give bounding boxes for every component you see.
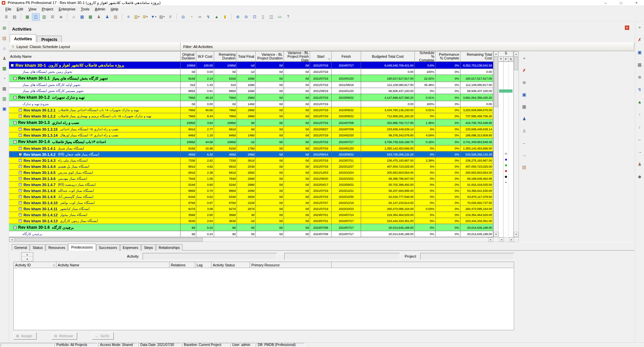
- notebook-icon[interactable]: ▤: [521, 163, 528, 171]
- table-row[interactable]: −Rev kham 30-1.1تجهیز کارگاه بخش ایستگاه…: [9, 75, 493, 82]
- layout-options-bar[interactable]: ▽ Layout: Classic Schedule Layout: [9, 42, 181, 51]
- open-layout-icon[interactable]: ▤: [1, 34, 8, 42]
- paste-icon[interactable]: ▦: [521, 103, 528, 110]
- activities-directory-icon[interactable]: ▥: [1, 95, 8, 102]
- zoom-out-icon[interactable]: ⊖: [242, 13, 250, 20]
- expand-icon[interactable]: +: [19, 183, 22, 186]
- scroll-down-icon[interactable]: ▼: [514, 232, 518, 237]
- table-row[interactable]: +Rev kham 30-1.2.2تهیه و تدارک تجهیزات ۱…: [9, 113, 493, 119]
- maximize-button[interactable]: □: [613, 0, 629, 6]
- table-row[interactable]: تجهیز مستمر کارگاه بحش ایستگاه های پمپاژ…: [9, 88, 493, 94]
- table-row[interactable]: +Rev kham 30-1.2.1تهیه و تدارک تجهیزات ۱…: [9, 107, 493, 113]
- expand-icon[interactable]: +: [19, 195, 22, 198]
- schedule-icon[interactable]: ↯: [204, 13, 212, 20]
- gantt-vertical-scrollbar[interactable]: ▲ ▼: [513, 51, 519, 237]
- outdent-icon[interactable]: ←: [636, 135, 643, 143]
- scroll-right-icon[interactable]: ►: [488, 237, 493, 242]
- project-field[interactable]: [420, 253, 514, 260]
- group-sort-icon[interactable]: ≡: [125, 13, 132, 20]
- table-row[interactable]: +Rev kham 30-1.3.15نصب و راه اندازي ۱۵ ا…: [9, 126, 493, 132]
- reports-window-icon[interactable]: ▤: [112, 13, 119, 20]
- filter-icon[interactable]: ▼▾: [150, 13, 157, 20]
- collapse-icon[interactable]: −: [13, 226, 16, 229]
- resources-window-icon[interactable]: ♟: [103, 13, 111, 20]
- table-row[interactable]: −Rev kham 30-1.3نصب و راه اندازي1085d3.9…: [9, 119, 493, 126]
- table-row[interactable]: +Rev kham 30-1.4.4ایستگاه پمپاژ پل هشتم8…: [9, 164, 493, 170]
- progress-spotlight-icon[interactable]: ▮: [221, 13, 229, 20]
- collapse-icon[interactable]: −: [13, 96, 16, 99]
- col-header-budgeted-total-cost[interactable]: Budgeted Total Cost: [361, 51, 415, 62]
- schedule-icon[interactable]: ↯: [636, 86, 643, 93]
- activities-window-icon[interactable]: ▩: [87, 13, 94, 20]
- add-activity-icon[interactable]: +: [521, 54, 528, 62]
- table-row[interactable]: −Rev kham 30-1.2تهیه و تدارک تجهیزات796d…: [9, 94, 493, 101]
- copy-icon[interactable]: ▣: [636, 48, 643, 56]
- table-row[interactable]: +Rev kham 30-1.4.11ایستگاه پمپاژ کیانشهر…: [9, 206, 493, 212]
- scrollbar-thumb[interactable]: [514, 57, 518, 70]
- resources-directory-icon[interactable]: ♟: [1, 54, 8, 62]
- activity-network-icon[interactable]: ⊞: [49, 13, 56, 20]
- detail-tab-general[interactable]: General: [12, 244, 30, 251]
- expand-icon[interactable]: +: [19, 189, 22, 192]
- expand-icon[interactable]: +: [19, 147, 22, 150]
- predecessors-grid-body[interactable]: [13, 268, 514, 330]
- assign-button[interactable]: ⊞Assign: [13, 332, 37, 340]
- dcol-header-activity-status[interactable]: Activity Status: [211, 262, 250, 268]
- layout-options-icon[interactable]: ▤▾: [158, 13, 166, 20]
- table-row[interactable]: −Rev kham 30-1.4احداث ۱۳باب ایستگاه پمپا…: [9, 138, 493, 145]
- assign-predecessor-icon[interactable]: ←: [521, 139, 528, 146]
- dcol-header-relations[interactable]: Relations: [169, 262, 195, 268]
- resource-assignments-window-icon[interactable]: ♟: [95, 13, 103, 20]
- expand-icon[interactable]: +: [19, 213, 22, 216]
- bars-icon[interactable]: ⊞▾: [141, 13, 149, 20]
- remove-button[interactable]: ⊟Remove: [51, 332, 77, 340]
- columns-icon[interactable]: ▥▾: [133, 13, 141, 20]
- gantt-view-icon[interactable]: ◫: [32, 13, 40, 20]
- paste-icon[interactable]: ▦: [636, 61, 643, 68]
- print-preview-icon[interactable]: ≣: [2, 13, 10, 20]
- settings-icon[interactable]: ◆: [636, 173, 643, 180]
- table-row[interactable]: برچیدن کارگاه9d0.249d0d0d0d2024/07/08202…: [9, 231, 493, 237]
- table-row[interactable]: −Rev kham 30-1.6برچیدن کارگاه9d0.249d0d0…: [9, 224, 493, 231]
- table-row[interactable]: +Rev kham 30-1.4.1ایستگاه پمپاژ شرق915d1…: [9, 145, 493, 151]
- dcol-header-activity-name[interactable]: Activity Name: [56, 262, 169, 268]
- help-icon[interactable]: ?: [284, 13, 292, 20]
- col-header-variance-bl-duration[interactable]: Variance - BL Project Duration: [256, 51, 284, 62]
- projects-window-icon[interactable]: ⌂: [70, 13, 78, 20]
- table-row[interactable]: +Rev kham 30-1.4.2ایستگاه پمپاژ قلعه چنع…: [9, 151, 493, 158]
- gantt-chart-area[interactable]: ≣■■■◆▪: [499, 62, 513, 237]
- table-row[interactable]: +Rev kham 30-1.4.12ایستگاه پمپاژ بیجوار3…: [9, 212, 493, 218]
- font-icon[interactable]: #: [166, 13, 174, 20]
- tracking-directory-icon[interactable]: ◔: [1, 75, 8, 82]
- expand-icon[interactable]: +: [19, 134, 22, 137]
- goto-button[interactable]: →GoTo: [92, 332, 113, 340]
- col-header-remaining-total-cost[interactable]: Remaining Total Cost: [460, 51, 493, 62]
- activity-id-field[interactable]: [143, 253, 277, 260]
- table-row[interactable]: +Rev kham 30-1.4.7ایستگاه پمپاژ درویشیه …: [9, 182, 493, 188]
- zoom-fit-icon[interactable]: ⊡: [251, 13, 258, 20]
- expand-icon[interactable]: +: [19, 177, 22, 180]
- dcol-header-activity-id[interactable]: Activity ID▽: [13, 262, 56, 268]
- menu-view[interactable]: View: [26, 6, 39, 12]
- delete-icon[interactable]: ✗: [636, 36, 643, 43]
- menu-file[interactable]: File: [3, 6, 14, 12]
- cut-icon[interactable]: ⊗: [636, 73, 643, 81]
- collapse-icon[interactable]: −: [13, 140, 16, 143]
- tab-activities[interactable]: Activities: [10, 34, 36, 43]
- next-activity-icon[interactable]: ▼: [21, 257, 33, 261]
- detail-tab-successors[interactable]: Successors: [96, 244, 120, 251]
- close-button[interactable]: ×: [629, 0, 644, 6]
- scroll-down-icon[interactable]: ▼: [494, 232, 498, 237]
- table-row[interactable]: +Rev kham 30-1.4.3ایستگاه پمپاژ ملي راه7…: [9, 158, 493, 164]
- minimize-button[interactable]: –: [598, 0, 613, 6]
- detail-tab-predecessors[interactable]: Predecessors: [68, 244, 96, 251]
- relationship-lines-icon[interactable]: ∞: [196, 13, 204, 20]
- table-row[interactable]: −Rev kham 30-1پروژه ساماندهي فاضلاب کلان…: [9, 62, 493, 69]
- delete-activity-icon[interactable]: ✗: [521, 67, 528, 74]
- table-view-icon[interactable]: ▦: [23, 13, 31, 20]
- projects-directory-icon[interactable]: ⌂: [1, 44, 8, 52]
- table-row[interactable]: +Rev kham 30-1.4.8ایستگاه پمپاژ کوت عبدا…: [9, 188, 493, 194]
- table-row[interactable]: تحویل زمین بحش ایستگاه های پمپاژ0d0.000d…: [9, 69, 493, 75]
- timescale-icon[interactable]: ◔: [188, 13, 195, 20]
- indent-icon[interactable]: →: [636, 148, 643, 155]
